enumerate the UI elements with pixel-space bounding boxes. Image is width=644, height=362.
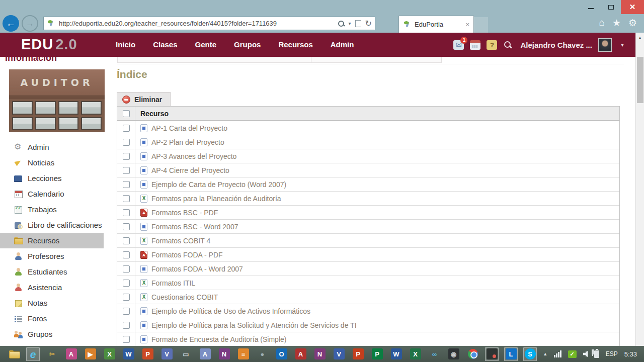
resource-link[interactable]: Ejemplo de Carta de Proyecto (Word 2007) bbox=[151, 180, 286, 189]
sidebar-item-calendario[interactable]: Calendario bbox=[0, 186, 104, 202]
delete-button[interactable]: Eliminar bbox=[117, 92, 171, 107]
resource-link[interactable]: Formatos FODA - Word 2007 bbox=[151, 265, 243, 273]
clock[interactable]: 5:33 bbox=[624, 350, 637, 358]
sidebar-item-noticias[interactable]: Noticias bbox=[0, 155, 104, 170]
word-2013-icon[interactable]: W bbox=[389, 347, 403, 361]
chrome-icon[interactable] bbox=[466, 347, 479, 361]
device-icon[interactable]: ▭ bbox=[179, 347, 193, 361]
tab-close-icon[interactable]: × bbox=[465, 21, 469, 28]
resource-link[interactable]: Formatos ITIL bbox=[151, 279, 195, 287]
user-menu-caret-icon[interactable]: ▾ bbox=[621, 41, 624, 48]
select-all-checkbox[interactable] bbox=[123, 110, 130, 117]
nav-link[interactable]: Clases bbox=[153, 40, 177, 49]
restore-button[interactable] bbox=[601, 0, 621, 14]
publisher-2013-icon[interactable]: P bbox=[370, 347, 384, 361]
sidebar-item-grupos[interactable]: Grupos bbox=[0, 326, 104, 342]
nav-link[interactable]: Gente bbox=[195, 40, 217, 49]
resource-link[interactable]: Formatos para la Planeación de Auditoría bbox=[151, 195, 281, 203]
search-dropdown-icon[interactable]: ▾ bbox=[349, 21, 351, 26]
row-checkbox[interactable] bbox=[123, 308, 130, 315]
row-checkbox[interactable] bbox=[123, 139, 130, 146]
calendar-icon[interactable] bbox=[470, 40, 480, 50]
nav-item[interactable]: Clases bbox=[153, 40, 177, 49]
language-indicator[interactable]: ESP bbox=[606, 350, 618, 357]
network-icon[interactable] bbox=[554, 350, 561, 357]
access-2010-icon[interactable]: A bbox=[64, 347, 78, 361]
row-checkbox[interactable] bbox=[123, 294, 130, 301]
row-checkbox[interactable] bbox=[123, 223, 130, 230]
resource-link[interactable]: Ejemplo de Política para la Solicitud y … bbox=[151, 321, 357, 329]
access-2013-icon[interactable]: A bbox=[294, 347, 307, 361]
skype-icon[interactable]: S bbox=[523, 347, 537, 361]
messages-icon[interactable]: 1 bbox=[453, 40, 464, 50]
excel-2010-icon[interactable]: X bbox=[103, 347, 116, 361]
favorites-star-icon[interactable]: ★ bbox=[612, 17, 621, 29]
forward-button[interactable]: → bbox=[22, 15, 38, 32]
row-checkbox[interactable] bbox=[123, 209, 130, 216]
onenote-2013-icon[interactable]: N bbox=[313, 347, 327, 361]
row-checkbox[interactable] bbox=[123, 153, 130, 160]
excel-2013-icon[interactable]: X bbox=[409, 347, 422, 361]
resource-link[interactable]: AP-2 Plan del Proyecto bbox=[151, 138, 224, 146]
resource-link[interactable]: Cuestionarios COBIT bbox=[151, 293, 218, 301]
navbar-search-icon[interactable] bbox=[503, 40, 512, 49]
sidebar-item-lecciones[interactable]: Lecciones bbox=[0, 170, 104, 186]
sidebar-item-libro-de-calificaciones[interactable]: Libro de calificaciones bbox=[0, 217, 104, 233]
close-button[interactable]: ✕ bbox=[621, 0, 644, 14]
internet-explorer-icon[interactable]: e bbox=[26, 347, 40, 361]
sidebar-item-notas[interactable]: Notas bbox=[0, 295, 104, 311]
resource-link[interactable]: AP-4 Cierre del Proyecto bbox=[151, 166, 229, 174]
sidebar-item-admin[interactable]: Admin bbox=[0, 139, 104, 155]
row-checkbox[interactable] bbox=[123, 322, 130, 329]
sidebar-item-profesores[interactable]: Profesores bbox=[0, 248, 104, 264]
nav-link[interactable]: Grupos bbox=[234, 40, 261, 49]
action-center-icon[interactable]: ✓ bbox=[568, 350, 577, 358]
scrollbar-thumb[interactable] bbox=[637, 57, 643, 103]
nav-item[interactable]: Inicio bbox=[116, 40, 135, 49]
sidebar-item-estudiantes[interactable]: Estudiantes bbox=[0, 264, 104, 280]
resource-link[interactable]: Formatos FODA - PDF bbox=[151, 251, 223, 259]
compatibility-view-icon[interactable] bbox=[355, 20, 361, 27]
sphere-icon[interactable]: ● bbox=[256, 347, 269, 361]
row-checkbox[interactable] bbox=[123, 125, 130, 132]
show-hidden-icons-icon[interactable]: ▲ bbox=[543, 351, 547, 356]
home-icon[interactable]: ⌂ bbox=[599, 17, 604, 29]
powerpoint-2010-icon[interactable]: P bbox=[141, 347, 154, 361]
row-checkbox[interactable] bbox=[123, 237, 130, 244]
row-checkbox[interactable] bbox=[123, 280, 130, 287]
settings-gear-icon[interactable]: ⚙ bbox=[628, 17, 637, 29]
nav-item[interactable]: Grupos bbox=[234, 40, 261, 49]
battery-icon[interactable] bbox=[594, 350, 599, 358]
file-explorer-icon[interactable] bbox=[7, 347, 21, 361]
row-checkbox[interactable] bbox=[123, 167, 130, 174]
resource-link[interactable]: Formatos BSC - PDF bbox=[151, 209, 218, 217]
visual-studio-icon[interactable]: ∞ bbox=[428, 347, 441, 361]
minimize-button[interactable] bbox=[581, 0, 601, 14]
resource-link[interactable]: Formatos BSC - Word 2007 bbox=[151, 223, 238, 231]
onenote-2010-icon[interactable]: N bbox=[217, 347, 231, 361]
user-avatar[interactable] bbox=[598, 38, 612, 52]
resource-link[interactable]: AP-1 Carta del Proyecto bbox=[151, 124, 227, 132]
nav-link[interactable]: Inicio bbox=[116, 40, 135, 49]
infopath-icon[interactable]: A bbox=[198, 347, 212, 361]
back-button[interactable]: ← bbox=[3, 15, 19, 32]
edu20-logo[interactable]: EDU2.0 bbox=[21, 36, 77, 53]
lync-icon[interactable]: L bbox=[504, 347, 518, 361]
browser-tab[interactable]: EduPortia × bbox=[398, 16, 474, 33]
sidebar-item-trabajos[interactable]: Trabajos bbox=[0, 202, 104, 217]
visio-2010-icon[interactable]: V bbox=[160, 347, 174, 361]
camera-app-icon[interactable]: ◉ bbox=[447, 347, 460, 361]
address-bar[interactable]: http://eduportia.edu20.org/teacher_resou… bbox=[43, 17, 375, 30]
snipping-icon[interactable] bbox=[485, 347, 499, 361]
nav-item[interactable]: Gente bbox=[195, 40, 217, 49]
nav-item[interactable]: Admin bbox=[331, 40, 354, 49]
scrollbar-up-icon[interactable]: ▲ bbox=[636, 33, 644, 43]
browser-scrollbar[interactable]: ▲ bbox=[635, 33, 644, 346]
user-name[interactable]: Alejandro Chavez ... bbox=[520, 41, 592, 49]
resource-link[interactable]: Ejemplo de Política de Uso de Activos In… bbox=[151, 307, 310, 315]
project-2013-icon[interactable]: P bbox=[351, 347, 365, 361]
sidebar-item-foros[interactable]: Foros bbox=[0, 311, 104, 326]
zune-icon[interactable]: ≡ bbox=[236, 347, 250, 361]
nav-link[interactable]: Admin bbox=[331, 40, 354, 49]
sidebar-item-recursos[interactable]: Recursos bbox=[0, 233, 104, 248]
